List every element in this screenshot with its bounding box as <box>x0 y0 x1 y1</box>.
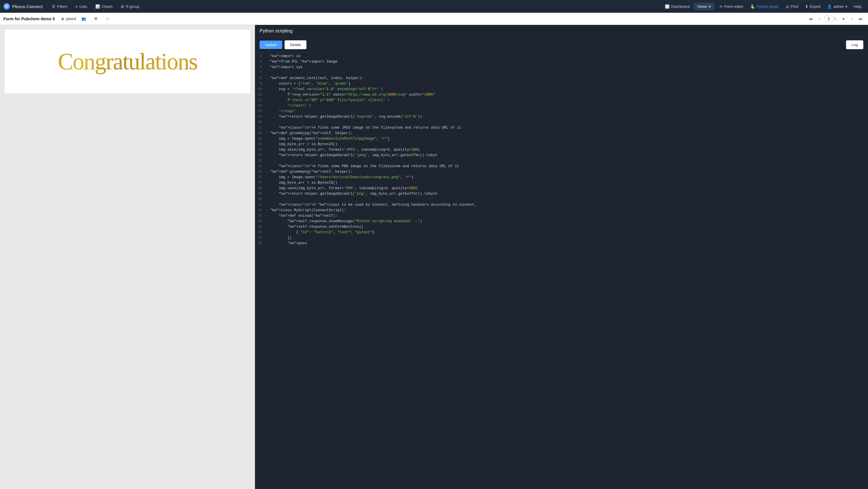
last-page-button[interactable]: ⏭ <box>857 15 865 23</box>
code-line-content: "kw">pass <box>270 241 867 246</box>
page-separator: /... <box>834 17 838 21</box>
python-scripting-toolbar: Update Delete Log <box>255 37 868 53</box>
toolbar: Form for Pubchem demo 5 ▶ pytest 👥 ⚙ ☆ ⏮… <box>0 13 868 25</box>
python-icon: 🐍 <box>750 4 755 9</box>
expand-pages-button[interactable]: ▾ <box>840 15 847 23</box>
congratulations-image: Congratulations <box>58 49 197 75</box>
table-row: 9 colors = ['red', 'blue', 'green'] <box>255 81 868 87</box>
line-number: 9 <box>256 81 266 87</box>
table-row: 25▾"kw">def givemepng("kw">self, helper)… <box>255 169 868 175</box>
users-icon: 👥 <box>82 17 86 21</box>
fold-indicator[interactable]: ▾ <box>266 224 269 230</box>
update-button[interactable]: Update <box>259 40 282 49</box>
code-line-content: ]) <box>270 235 867 241</box>
line-number: 13 <box>256 103 266 109</box>
code-line-content <box>270 120 867 125</box>
code-line-content: img = Image.open("someAbsolutePathToJpgI… <box>270 136 867 142</box>
line-number: 23 <box>256 158 266 164</box>
fold-indicator[interactable]: ▾ <box>266 208 269 213</box>
nav-dashboard[interactable]: ⬜ Dashboard <box>662 3 693 10</box>
code-line-content: "kw">def givemejpg("kw">self, helper): <box>270 131 867 136</box>
page-nav: ⏮ ‹ /... ▾ › ⏭ <box>807 15 865 23</box>
line-number: 22 <box>256 153 266 158</box>
nav-views-dropdown[interactable]: Views ▾ <box>693 3 714 10</box>
fold-indicator[interactable]: ▾ <box>266 169 269 175</box>
nav-charts[interactable]: 📊 Charts <box>92 3 116 10</box>
export-icon: ⬇ <box>805 4 808 9</box>
code-line-content: "kw">return helper.getImageDataUrl('jpeg… <box>270 153 867 158</box>
line-number: 5 <box>256 59 266 65</box>
table-row: 21 img.save(img_byte_arr, format='JPEG',… <box>255 147 868 153</box>
form-title: Form for Pubchem demo 5 <box>3 17 55 21</box>
code-line-content: img.save(img_byte_arr, format='PNG', sub… <box>270 186 867 191</box>
line-number: 18 <box>256 131 266 136</box>
print-icon: 🖨 <box>785 4 789 9</box>
code-line-content: "kw">return helper.getImageDataUrl('svg+… <box>270 114 867 120</box>
code-line-content: "kw">class="cm"># finds some JPEG image … <box>270 125 867 131</box>
table-row: 37 ]) <box>255 235 868 241</box>
run-button[interactable]: ▶ pytest <box>62 17 76 21</box>
table-row: 15 "kw">return helper.getImageDataUrl('s… <box>255 114 868 120</box>
line-number: 30 <box>256 197 266 202</box>
nav-form-editor[interactable]: ✏ Form editor <box>717 3 746 10</box>
nav-items: ☰ Filters ≡ Lists 📊 Charts ⊞ R-group ⬜ D… <box>49 3 717 10</box>
logo-icon <box>3 3 10 9</box>
fold-indicator[interactable]: ▾ <box>266 213 269 219</box>
table-row: 29 "kw">return helper.getImageDataUrl('p… <box>255 191 868 197</box>
python-scripting-header: Python scripting <box>255 25 868 37</box>
user-chevron-icon: ▾ <box>845 4 847 9</box>
line-number: 20 <box>256 142 266 147</box>
nav-right: ✏ Form editor 🐍 Python script 🖨 Print ⬇ … <box>717 3 865 10</box>
next-page-button[interactable]: › <box>848 15 856 23</box>
table-row: 27 img_byte_arr = io.BytesIO() <box>255 180 868 186</box>
star-button[interactable]: ☆ <box>103 16 112 22</box>
code-line-content: "kw">import sys <box>270 65 867 70</box>
table-row: 34 "kw">self.response.showMessage("Pytho… <box>255 219 868 224</box>
code-line-content: '</svg>' <box>270 109 867 114</box>
nav-print[interactable]: 🖨 Print <box>782 3 801 10</box>
lists-icon: ≡ <box>75 4 78 9</box>
table-row: 10 svg = '<?xml version="1.0" encoding="… <box>255 87 868 92</box>
charts-icon: 📊 <box>95 4 100 9</box>
line-number: 32 <box>256 208 266 213</box>
code-line-content <box>270 158 867 164</box>
fold-indicator[interactable]: ▾ <box>266 75 269 81</box>
table-row: 13 '</text>' \ <box>255 103 868 109</box>
table-row: 35▾ "kw">self.response.setFormButtons([ <box>255 224 868 230</box>
nav-help[interactable]: Help <box>851 3 865 10</box>
nav-user[interactable]: 👤 admin ▾ <box>827 4 847 9</box>
code-line-content: "kw">class MyScript(ConnectScript): <box>270 208 867 213</box>
nav-python-script[interactable]: 🐍 Python script <box>747 3 781 10</box>
nav-export[interactable]: ⬇ Export <box>802 3 824 10</box>
table-row: 5"kw">from PIL "kw">import Image <box>255 59 868 65</box>
table-row: 8▾"kw">def animate_text(text, index, hel… <box>255 75 868 81</box>
settings-button[interactable]: ⚙ <box>91 16 100 22</box>
code-line-content: f'<svg version="1.1" xmlns="http://www.w… <box>270 92 867 98</box>
nav-lists[interactable]: ≡ Lists <box>72 3 90 10</box>
prev-page-button[interactable]: ‹ <box>816 15 824 23</box>
line-number: 31 <box>256 202 266 208</box>
first-page-button[interactable]: ⏮ <box>807 15 815 23</box>
user-icon: 👤 <box>827 4 832 9</box>
table-row: 11 f'<svg version="1.1" xmlns="http://ww… <box>255 92 868 98</box>
app-logo[interactable]: Plexus Connect <box>3 3 42 9</box>
code-editor[interactable]: 4"kw">import io5"kw">from PIL "kw">impor… <box>255 53 868 489</box>
table-row: 32▾"kw">class MyScript(ConnectScript): <box>255 208 868 213</box>
line-number: 29 <box>256 191 266 197</box>
rgroup-icon: ⊞ <box>121 4 124 9</box>
line-number: 8 <box>256 75 266 81</box>
code-line-content: "kw">from PIL "kw">import Image <box>270 59 867 65</box>
code-line-content <box>270 70 867 75</box>
table-row: 31 "kw">class="cm"># "kw">class to be us… <box>255 202 868 208</box>
dashboard-icon: ⬜ <box>665 4 670 9</box>
table-row: 16 <box>255 120 868 125</box>
users-button[interactable]: 👥 <box>79 16 89 22</box>
top-nav: Plexus Connect ☰ Filters ≡ Lists 📊 Chart… <box>0 0 868 13</box>
page-input[interactable] <box>825 16 833 22</box>
line-number: 15 <box>256 114 266 120</box>
nav-filters[interactable]: ☰ Filters <box>49 3 71 10</box>
delete-button[interactable]: Delete <box>284 40 307 49</box>
nav-rgroup[interactable]: ⊞ R-group <box>117 3 143 10</box>
log-button[interactable]: Log <box>846 40 863 49</box>
fold-indicator[interactable]: ▾ <box>266 131 269 136</box>
